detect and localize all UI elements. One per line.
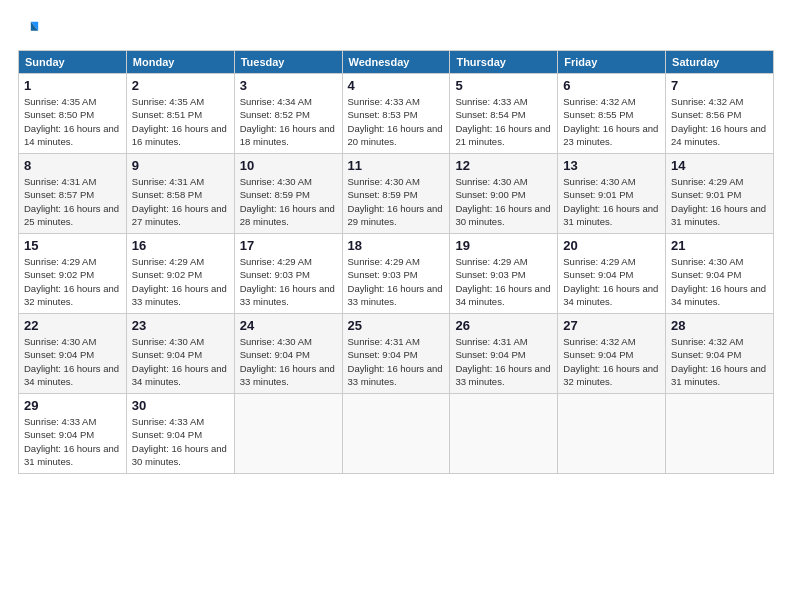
calendar-cell: 18 Sunrise: 4:29 AMSunset: 9:03 PMDaylig… — [342, 234, 450, 314]
day-number: 12 — [455, 158, 552, 173]
day-info: Sunrise: 4:30 AMSunset: 9:04 PMDaylight:… — [240, 336, 335, 387]
calendar-cell: 29 Sunrise: 4:33 AMSunset: 9:04 PMDaylig… — [19, 394, 127, 474]
day-info: Sunrise: 4:30 AMSunset: 9:04 PMDaylight:… — [24, 336, 119, 387]
calendar-cell: 12 Sunrise: 4:30 AMSunset: 9:00 PMDaylig… — [450, 154, 558, 234]
day-number: 24 — [240, 318, 337, 333]
calendar-cell — [450, 394, 558, 474]
day-number: 10 — [240, 158, 337, 173]
day-number: 14 — [671, 158, 768, 173]
day-info: Sunrise: 4:35 AMSunset: 8:50 PMDaylight:… — [24, 96, 119, 147]
calendar-week-row: 22 Sunrise: 4:30 AMSunset: 9:04 PMDaylig… — [19, 314, 774, 394]
day-number: 15 — [24, 238, 121, 253]
calendar-cell: 13 Sunrise: 4:30 AMSunset: 9:01 PMDaylig… — [558, 154, 666, 234]
day-info: Sunrise: 4:30 AMSunset: 8:59 PMDaylight:… — [348, 176, 443, 227]
day-number: 30 — [132, 398, 229, 413]
calendar-cell — [666, 394, 774, 474]
calendar-cell: 5 Sunrise: 4:33 AMSunset: 8:54 PMDayligh… — [450, 74, 558, 154]
weekday-header-monday: Monday — [126, 51, 234, 74]
calendar-week-row: 8 Sunrise: 4:31 AMSunset: 8:57 PMDayligh… — [19, 154, 774, 234]
calendar-cell: 1 Sunrise: 4:35 AMSunset: 8:50 PMDayligh… — [19, 74, 127, 154]
day-info: Sunrise: 4:32 AMSunset: 9:04 PMDaylight:… — [563, 336, 658, 387]
day-number: 16 — [132, 238, 229, 253]
logo — [18, 18, 44, 40]
weekday-header-saturday: Saturday — [666, 51, 774, 74]
weekday-header-friday: Friday — [558, 51, 666, 74]
calendar-cell: 9 Sunrise: 4:31 AMSunset: 8:58 PMDayligh… — [126, 154, 234, 234]
day-info: Sunrise: 4:32 AMSunset: 8:56 PMDaylight:… — [671, 96, 766, 147]
calendar-cell: 15 Sunrise: 4:29 AMSunset: 9:02 PMDaylig… — [19, 234, 127, 314]
day-info: Sunrise: 4:33 AMSunset: 9:04 PMDaylight:… — [132, 416, 227, 467]
day-info: Sunrise: 4:30 AMSunset: 9:04 PMDaylight:… — [671, 256, 766, 307]
day-info: Sunrise: 4:29 AMSunset: 9:02 PMDaylight:… — [24, 256, 119, 307]
day-number: 26 — [455, 318, 552, 333]
calendar-cell: 14 Sunrise: 4:29 AMSunset: 9:01 PMDaylig… — [666, 154, 774, 234]
calendar-header-row: SundayMondayTuesdayWednesdayThursdayFrid… — [19, 51, 774, 74]
calendar-cell: 2 Sunrise: 4:35 AMSunset: 8:51 PMDayligh… — [126, 74, 234, 154]
header — [18, 18, 774, 40]
day-info: Sunrise: 4:32 AMSunset: 9:04 PMDaylight:… — [671, 336, 766, 387]
day-number: 5 — [455, 78, 552, 93]
day-number: 22 — [24, 318, 121, 333]
calendar-cell: 4 Sunrise: 4:33 AMSunset: 8:53 PMDayligh… — [342, 74, 450, 154]
calendar-cell: 3 Sunrise: 4:34 AMSunset: 8:52 PMDayligh… — [234, 74, 342, 154]
day-info: Sunrise: 4:29 AMSunset: 9:04 PMDaylight:… — [563, 256, 658, 307]
day-info: Sunrise: 4:30 AMSunset: 9:01 PMDaylight:… — [563, 176, 658, 227]
day-info: Sunrise: 4:29 AMSunset: 9:03 PMDaylight:… — [240, 256, 335, 307]
day-info: Sunrise: 4:35 AMSunset: 8:51 PMDaylight:… — [132, 96, 227, 147]
weekday-header-sunday: Sunday — [19, 51, 127, 74]
day-number: 8 — [24, 158, 121, 173]
day-number: 2 — [132, 78, 229, 93]
calendar-cell: 25 Sunrise: 4:31 AMSunset: 9:04 PMDaylig… — [342, 314, 450, 394]
calendar-cell: 24 Sunrise: 4:30 AMSunset: 9:04 PMDaylig… — [234, 314, 342, 394]
calendar-cell: 27 Sunrise: 4:32 AMSunset: 9:04 PMDaylig… — [558, 314, 666, 394]
day-info: Sunrise: 4:29 AMSunset: 9:01 PMDaylight:… — [671, 176, 766, 227]
day-info: Sunrise: 4:33 AMSunset: 8:53 PMDaylight:… — [348, 96, 443, 147]
day-number: 29 — [24, 398, 121, 413]
calendar-cell: 17 Sunrise: 4:29 AMSunset: 9:03 PMDaylig… — [234, 234, 342, 314]
day-number: 4 — [348, 78, 445, 93]
day-number: 18 — [348, 238, 445, 253]
day-number: 27 — [563, 318, 660, 333]
calendar-week-row: 29 Sunrise: 4:33 AMSunset: 9:04 PMDaylig… — [19, 394, 774, 474]
day-info: Sunrise: 4:29 AMSunset: 9:03 PMDaylight:… — [455, 256, 550, 307]
day-number: 17 — [240, 238, 337, 253]
day-info: Sunrise: 4:30 AMSunset: 9:04 PMDaylight:… — [132, 336, 227, 387]
calendar-cell: 11 Sunrise: 4:30 AMSunset: 8:59 PMDaylig… — [342, 154, 450, 234]
day-info: Sunrise: 4:31 AMSunset: 8:58 PMDaylight:… — [132, 176, 227, 227]
calendar-cell: 6 Sunrise: 4:32 AMSunset: 8:55 PMDayligh… — [558, 74, 666, 154]
day-info: Sunrise: 4:30 AMSunset: 8:59 PMDaylight:… — [240, 176, 335, 227]
day-number: 23 — [132, 318, 229, 333]
calendar-cell: 21 Sunrise: 4:30 AMSunset: 9:04 PMDaylig… — [666, 234, 774, 314]
day-info: Sunrise: 4:31 AMSunset: 8:57 PMDaylight:… — [24, 176, 119, 227]
calendar-cell: 7 Sunrise: 4:32 AMSunset: 8:56 PMDayligh… — [666, 74, 774, 154]
day-info: Sunrise: 4:30 AMSunset: 9:00 PMDaylight:… — [455, 176, 550, 227]
weekday-header-thursday: Thursday — [450, 51, 558, 74]
day-info: Sunrise: 4:31 AMSunset: 9:04 PMDaylight:… — [455, 336, 550, 387]
calendar-cell: 16 Sunrise: 4:29 AMSunset: 9:02 PMDaylig… — [126, 234, 234, 314]
day-number: 21 — [671, 238, 768, 253]
calendar-cell: 22 Sunrise: 4:30 AMSunset: 9:04 PMDaylig… — [19, 314, 127, 394]
weekday-header-tuesday: Tuesday — [234, 51, 342, 74]
day-number: 20 — [563, 238, 660, 253]
calendar-cell: 30 Sunrise: 4:33 AMSunset: 9:04 PMDaylig… — [126, 394, 234, 474]
calendar-week-row: 1 Sunrise: 4:35 AMSunset: 8:50 PMDayligh… — [19, 74, 774, 154]
day-info: Sunrise: 4:29 AMSunset: 9:02 PMDaylight:… — [132, 256, 227, 307]
day-number: 9 — [132, 158, 229, 173]
calendar-cell: 10 Sunrise: 4:30 AMSunset: 8:59 PMDaylig… — [234, 154, 342, 234]
day-number: 25 — [348, 318, 445, 333]
day-number: 7 — [671, 78, 768, 93]
calendar-cell — [234, 394, 342, 474]
calendar-week-row: 15 Sunrise: 4:29 AMSunset: 9:02 PMDaylig… — [19, 234, 774, 314]
calendar-table: SundayMondayTuesdayWednesdayThursdayFrid… — [18, 50, 774, 474]
page: SundayMondayTuesdayWednesdayThursdayFrid… — [0, 0, 792, 612]
calendar-cell: 20 Sunrise: 4:29 AMSunset: 9:04 PMDaylig… — [558, 234, 666, 314]
day-number: 3 — [240, 78, 337, 93]
calendar-cell — [342, 394, 450, 474]
day-number: 13 — [563, 158, 660, 173]
day-info: Sunrise: 4:32 AMSunset: 8:55 PMDaylight:… — [563, 96, 658, 147]
day-number: 28 — [671, 318, 768, 333]
day-info: Sunrise: 4:29 AMSunset: 9:03 PMDaylight:… — [348, 256, 443, 307]
weekday-header-wednesday: Wednesday — [342, 51, 450, 74]
calendar-cell: 28 Sunrise: 4:32 AMSunset: 9:04 PMDaylig… — [666, 314, 774, 394]
calendar-cell: 23 Sunrise: 4:30 AMSunset: 9:04 PMDaylig… — [126, 314, 234, 394]
